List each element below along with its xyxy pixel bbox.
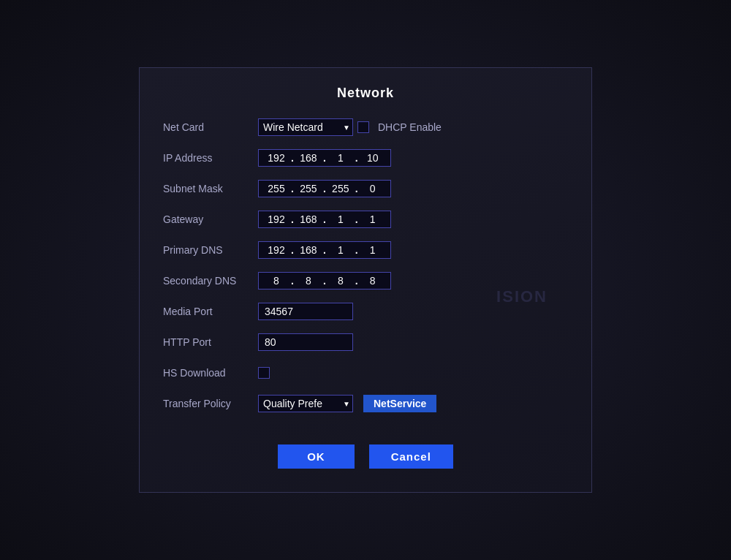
- gateway-octet-2[interactable]: [295, 213, 322, 225]
- primary-dns-octet-3[interactable]: [327, 244, 354, 256]
- transfer-policy-row: Transfer Policy Quality Prefe NetService: [163, 392, 568, 415]
- dhcp-checkbox[interactable]: [357, 121, 369, 133]
- hs-download-row: HS Download: [163, 361, 568, 385]
- net-card-label: Net Card: [163, 121, 258, 133]
- subnet-octet-3[interactable]: [327, 183, 354, 194]
- media-port-label: Media Port: [163, 306, 258, 317]
- primary-dns-field: . . .: [258, 241, 391, 259]
- transfer-policy-select-wrapper[interactable]: Quality Prefe: [258, 395, 353, 412]
- netservice-button[interactable]: NetService: [363, 395, 436, 412]
- ip-address-field: . . .: [258, 149, 391, 167]
- ip-address-label: IP Address: [163, 152, 258, 164]
- primary-dns-row: Primary DNS . . .: [163, 238, 568, 262]
- subnet-mask-field: . . .: [258, 180, 391, 197]
- secondary-dns-octet-1[interactable]: [263, 275, 289, 287]
- gateway-row: Gateway . . .: [163, 208, 568, 231]
- media-port-input[interactable]: [258, 303, 353, 320]
- subnet-octet-4[interactable]: [360, 183, 386, 194]
- primary-dns-octet-2[interactable]: [295, 244, 322, 256]
- primary-dns-dot-3: .: [355, 244, 358, 256]
- transfer-policy-control: Quality Prefe NetService: [258, 395, 436, 412]
- button-row: OK Cancel: [163, 444, 568, 469]
- ip-dot-2: .: [323, 152, 326, 164]
- secondary-dns-field: . . .: [258, 272, 391, 290]
- secondary-dns-octet-2[interactable]: [295, 275, 322, 287]
- cancel-button[interactable]: Cancel: [369, 444, 453, 469]
- subnet-dot-2: .: [323, 183, 326, 194]
- http-port-label: HTTP Port: [163, 336, 258, 348]
- ip-octet-4[interactable]: [360, 152, 386, 164]
- dhcp-label: DHCP Enable: [378, 121, 442, 133]
- secondary-dns-octet-3[interactable]: [327, 275, 354, 287]
- gateway-octet-4[interactable]: [360, 213, 386, 225]
- subnet-mask-label: Subnet Mask: [163, 183, 258, 194]
- primary-dns-dot-1: .: [291, 244, 294, 256]
- gateway-octet-1[interactable]: [263, 213, 289, 225]
- ip-octet-3[interactable]: [327, 152, 354, 164]
- transfer-policy-select[interactable]: Quality Prefe: [258, 395, 353, 412]
- ip-dot-3: .: [355, 152, 358, 164]
- ip-octet-1[interactable]: [263, 152, 289, 164]
- ip-address-row: IP Address . . .: [163, 146, 568, 170]
- subnet-dot-3: .: [355, 183, 358, 194]
- primary-dns-dot-2: .: [323, 244, 326, 256]
- watermark: ISION: [496, 287, 548, 306]
- http-port-input[interactable]: [258, 333, 353, 351]
- secondary-dns-dot-3: .: [355, 275, 358, 287]
- dialog-title: Network: [163, 86, 568, 101]
- net-card-control: Wire Netcard DHCP Enable: [258, 118, 442, 136]
- gateway-dot-1: .: [291, 213, 294, 225]
- gateway-octet-3[interactable]: [327, 213, 354, 225]
- ip-dot-1: .: [291, 152, 294, 164]
- secondary-dns-octet-4[interactable]: [360, 275, 386, 287]
- secondary-dns-dot-1: .: [291, 275, 294, 287]
- ip-octet-2[interactable]: [295, 152, 322, 164]
- gateway-field: . . .: [258, 211, 391, 228]
- subnet-octet-1[interactable]: [263, 183, 289, 194]
- primary-dns-label: Primary DNS: [163, 244, 258, 256]
- subnet-mask-row: Subnet Mask . . .: [163, 177, 568, 200]
- primary-dns-octet-1[interactable]: [263, 244, 289, 256]
- subnet-octet-2[interactable]: [295, 183, 322, 194]
- net-card-select-wrapper[interactable]: Wire Netcard: [258, 118, 353, 136]
- transfer-policy-label: Transfer Policy: [163, 398, 258, 409]
- gateway-dot-3: .: [355, 213, 358, 225]
- subnet-dot-1: .: [291, 183, 294, 194]
- secondary-dns-dot-2: .: [323, 275, 326, 287]
- net-card-row: Net Card Wire Netcard DHCP Enable: [163, 116, 568, 139]
- net-card-select[interactable]: Wire Netcard: [258, 118, 353, 136]
- hs-download-checkbox[interactable]: [258, 367, 270, 379]
- gateway-label: Gateway: [163, 213, 258, 225]
- primary-dns-octet-4[interactable]: [360, 244, 386, 256]
- gateway-dot-2: .: [323, 213, 326, 225]
- ok-button[interactable]: OK: [278, 444, 355, 469]
- network-dialog: Network Net Card Wire Netcard DHCP Enabl…: [139, 67, 592, 493]
- secondary-dns-label: Secondary DNS: [163, 275, 258, 287]
- hs-download-label: HS Download: [163, 367, 258, 379]
- http-port-row: HTTP Port: [163, 330, 568, 354]
